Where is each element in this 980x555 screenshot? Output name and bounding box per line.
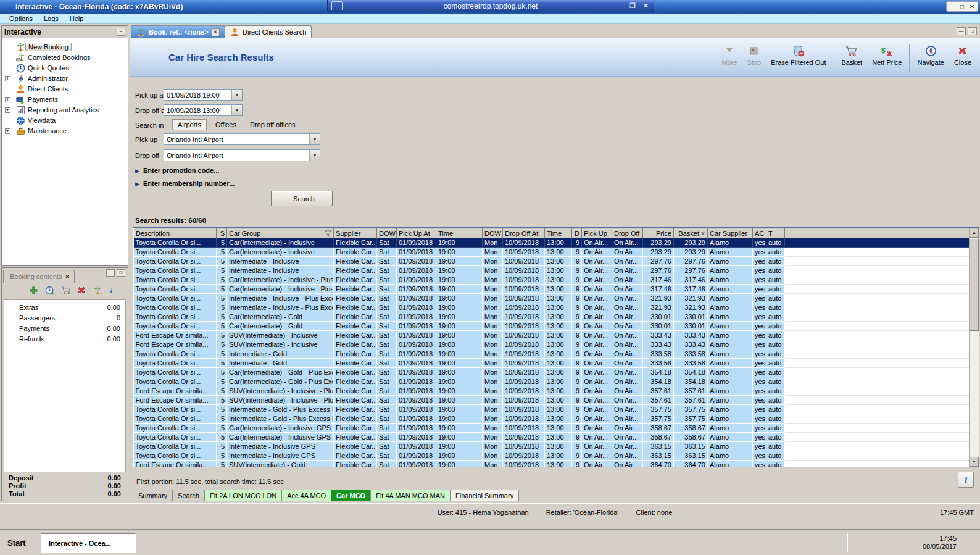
result-row[interactable]: Toyota Corolla Or si...5Car(Intermediate…: [134, 424, 970, 433]
result-row[interactable]: Toyota Corolla Or si...5Intermediate - I…: [134, 257, 970, 266]
column-header-car-supplier[interactable]: Car Supplier: [708, 228, 753, 238]
column-header-dow[interactable]: DOW: [377, 228, 397, 238]
result-row[interactable]: Toyota Corolla Or si...5Intermediate - G…: [134, 349, 970, 359]
connection-tray-icon[interactable]: [887, 537, 898, 548]
add-icon[interactable]: [29, 286, 39, 296]
expand-plus-icon[interactable]: +: [5, 76, 10, 81]
result-row[interactable]: Toyota Corolla Or si...5Intermediate - I…: [134, 451, 970, 461]
bottom-tab-flt-2a-lon-mco-lon[interactable]: Flt 2A LON MCO LON: [205, 490, 282, 501]
result-row[interactable]: Toyota Corolla Or si...5Intermediate - I…: [134, 303, 970, 312]
bottom-tab-car-mco[interactable]: Car MCO: [331, 490, 371, 501]
palm-icon[interactable]: [93, 286, 103, 296]
tab-book-ref-none-[interactable]: Book. ref.: <none>✕: [131, 25, 225, 38]
panel-minimize-button[interactable]: —: [957, 27, 966, 35]
booking-row[interactable]: Extras0.00: [4, 303, 125, 313]
pickup-at-combo[interactable]: 01/09/2018 19:00 ▼: [164, 89, 243, 101]
column-header-car-group[interactable]: Car Group: [227, 228, 334, 238]
result-row[interactable]: Toyota Corolla Or si...5Intermediate - I…: [134, 266, 970, 275]
close-button[interactable]: ✕: [968, 3, 976, 10]
expand-plus-icon[interactable]: +: [5, 128, 10, 134]
search-button[interactable]: Search: [271, 191, 333, 206]
scroll-down-icon[interactable]: ▼: [970, 457, 979, 467]
dropoff-dropdown-icon[interactable]: ▼: [309, 150, 320, 161]
column-header-time[interactable]: Time: [545, 228, 572, 238]
expand-plus-icon[interactable]: +: [5, 107, 10, 113]
menu-item-logs[interactable]: Logs: [38, 14, 64, 23]
promo-code-expander[interactable]: ▶Enter promotion code...: [135, 167, 219, 174]
result-row[interactable]: Toyota Corolla Or si...5Intermediate - G…: [134, 414, 970, 424]
bottom-tab-acc-4a-mco[interactable]: Acc 4A MCO: [282, 490, 331, 501]
basket-button[interactable]: Basket: [837, 43, 868, 73]
booking-close-icon[interactable]: ✕: [64, 273, 70, 281]
search-in-offices[interactable]: Offices: [210, 120, 241, 130]
delete-icon[interactable]: [77, 286, 87, 296]
column-header-ac[interactable]: AC: [753, 228, 766, 238]
column-header-s[interactable]: S: [217, 228, 227, 238]
column-header-drop-off[interactable]: Drop Off: [612, 228, 643, 238]
result-row[interactable]: Ford Escape Or simila...5SUV(Intermediat…: [134, 331, 970, 340]
antivirus-tray-icon[interactable]: [855, 537, 866, 548]
result-row[interactable]: Ford Escape Or simila...5SUV(Intermediat…: [134, 340, 970, 349]
result-row[interactable]: Toyota Corolla Or si...5Car(Intermediate…: [134, 377, 970, 386]
result-row[interactable]: Toyota Corolla Or si...5Intermediate - G…: [134, 405, 970, 414]
quote-clock-icon[interactable]: [45, 286, 55, 296]
sidebar-item-completed-bookings[interactable]: Completed Bookings: [2, 52, 128, 63]
rdp-minimize-button[interactable]: _: [618, 2, 622, 10]
display-tray-icon[interactable]: [965, 537, 976, 548]
info-icon[interactable]: i: [109, 286, 119, 296]
tab-direct-clients-search[interactable]: Direct Clients Search: [225, 25, 312, 38]
nett-price-button[interactable]: $Nett Price: [867, 43, 907, 73]
network-card-tray-icon[interactable]: [871, 537, 882, 548]
booking-row[interactable]: Passengers0: [4, 313, 125, 323]
column-header-pick-up-at[interactable]: Pick Up At: [397, 228, 436, 238]
close-button[interactable]: Close: [949, 43, 976, 73]
menu-item-options[interactable]: Options: [4, 14, 38, 23]
result-row[interactable]: Toyota Corolla Or si...5Intermediate - G…: [134, 359, 970, 368]
result-row[interactable]: Toyota Corolla Or si...5Intermediate - I…: [134, 294, 970, 303]
menu-item-help[interactable]: Help: [64, 14, 89, 23]
result-row[interactable]: Toyota Corolla Or si...5Car(Intermediate…: [134, 312, 970, 322]
booking-contents-tab[interactable]: Booking contents ✕: [3, 270, 75, 283]
bottom-tab-financial-summary[interactable]: Financial Summary: [451, 490, 519, 501]
column-header-t[interactable]: T: [766, 228, 785, 238]
dropoff-combo[interactable]: Orlando Intl Airport ▼: [164, 149, 320, 161]
result-row[interactable]: Toyota Corolla Or si...5Intermediate - I…: [134, 442, 970, 451]
column-header-pick-up[interactable]: Pick Up: [582, 228, 612, 238]
column-header-basket[interactable]: Basket: [674, 228, 708, 238]
maximize-button[interactable]: □: [958, 3, 966, 10]
bottom-tab-summary[interactable]: Summary: [133, 490, 173, 501]
booking-row[interactable]: Payments0.00: [4, 323, 125, 334]
column-header-time[interactable]: Time: [436, 228, 483, 238]
filter-icon[interactable]: [325, 230, 331, 236]
scroll-up-icon[interactable]: ▲: [970, 228, 979, 238]
result-row[interactable]: Ford Escape Or simila...5SUV(Intermediat…: [134, 396, 970, 405]
column-header-d[interactable]: D: [572, 228, 582, 238]
sidebar-item-reporting-and-analytics[interactable]: +Reporting and Analytics: [2, 105, 128, 115]
result-row[interactable]: Toyota Corolla Or si...5Car(Intermediate…: [134, 248, 970, 257]
dropoff-at-dropdown-icon[interactable]: ▼: [231, 105, 242, 115]
column-header-description[interactable]: Description: [134, 228, 217, 238]
membership-expander[interactable]: ▶Enter membership number...: [135, 180, 235, 187]
volume-muted-tray-icon[interactable]: [903, 537, 914, 548]
column-header-drop-off-at[interactable]: Drop Off At: [503, 228, 545, 238]
booking-row[interactable]: Refunds0.00: [4, 334, 125, 344]
pickup-dropdown-icon[interactable]: ▼: [309, 134, 320, 144]
panel-maximize-button[interactable]: □: [968, 27, 977, 35]
sidebar-item-maintenance[interactable]: +Maintenance: [2, 126, 128, 136]
result-row[interactable]: Toyota Corolla Or si...5Car(Intermediate…: [134, 285, 970, 294]
column-header-price[interactable]: Price: [643, 228, 674, 238]
bottom-tab-flt-4a-man-mco-man[interactable]: Flt 4A MAN MCO MAN: [371, 490, 451, 501]
search-in-drop-off-offices[interactable]: Drop off offices: [245, 120, 301, 130]
sidebar-collapse-button[interactable]: −: [117, 28, 125, 36]
booking-minimize-button[interactable]: —: [106, 269, 115, 277]
scroll-thumb[interactable]: [970, 238, 979, 331]
result-row[interactable]: Toyota Corolla Or si...5Car(Intermediate…: [134, 368, 970, 377]
search-in-airports[interactable]: Airports: [172, 119, 207, 130]
pickup-combo[interactable]: Orlando Intl Airport ▼: [164, 133, 320, 145]
result-row[interactable]: Toyota Corolla Or si...5Car(Intermediate…: [134, 238, 970, 248]
start-button[interactable]: Start: [2, 535, 36, 551]
minimize-button[interactable]: —: [949, 3, 956, 10]
column-header-supplier[interactable]: Supplier: [334, 228, 377, 238]
result-row[interactable]: Toyota Corolla Or si...5Car(Intermediate…: [134, 433, 970, 442]
booking-maximize-button[interactable]: □: [117, 269, 125, 277]
